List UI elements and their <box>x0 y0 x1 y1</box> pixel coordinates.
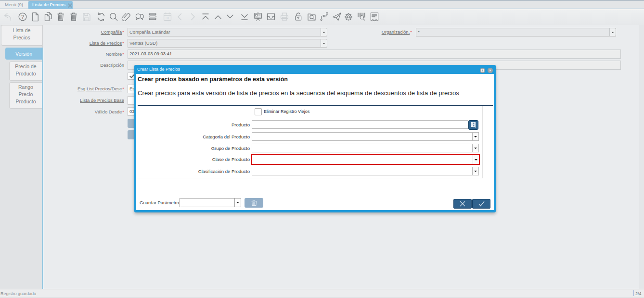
svg-text:31: 31 <box>166 16 169 20</box>
svg-text:?: ? <box>21 14 24 20</box>
